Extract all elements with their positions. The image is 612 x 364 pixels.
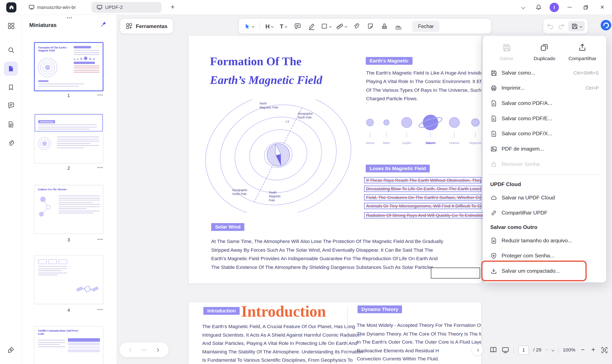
menu-item-salvar-como[interactable]: Salvar como...Ctrl+Shift+S <box>486 65 603 80</box>
attach-tool-button[interactable] <box>350 20 362 32</box>
pdf-x-icon: X <box>490 130 497 137</box>
svg-text:E: E <box>493 118 495 121</box>
slideshow-mode-icon[interactable] <box>502 346 509 354</box>
page-thumbnail-5[interactable]: Satellite Communications And Power Grids <box>34 326 104 364</box>
stamp-tool-button[interactable] <box>379 20 390 32</box>
compartilhar-action[interactable]: Compartilhar <box>564 43 602 61</box>
minimize-button[interactable] <box>564 1 575 13</box>
account-avatar[interactable]: I <box>549 2 559 12</box>
more-pages-button[interactable] <box>142 349 146 351</box>
struck-line[interactable]: Animals Or Tiny Microorganisms, Will Fin… <box>364 203 481 209</box>
pages-button[interactable] <box>4 117 18 131</box>
shape-tool-button[interactable] <box>319 20 333 32</box>
signature-tool-rail-button[interactable] <box>4 343 18 357</box>
text-tool-button[interactable]: T <box>278 20 289 32</box>
panel-drag-handle[interactable] <box>67 17 72 18</box>
search-button[interactable] <box>4 43 18 57</box>
page-thumbnail-2[interactable]: Introduction <box>34 113 104 163</box>
menu-item-compartilhar-updf[interactable]: Compartilhar UPDF <box>486 205 603 221</box>
menu-item-pdf-e[interactable]: E Salvar como PDF/E... <box>486 111 603 126</box>
pdf-page-1[interactable]: Formation Of The Earth’s Magnetic Field … <box>188 36 481 284</box>
thumb-content <box>74 46 99 74</box>
menu-item-pdf-imagem[interactable]: PDF de imagem... <box>486 141 603 156</box>
thumbnail-more-button[interactable] <box>98 167 103 168</box>
form-field-box[interactable] <box>431 268 480 278</box>
page-thumbnail-3[interactable]: Evidence For The Theories <box>34 185 104 234</box>
reading-mode-icon[interactable] <box>490 346 497 354</box>
chevron-down-icon[interactable] <box>345 25 347 28</box>
fit-screen-icon[interactable] <box>601 346 608 354</box>
home-button[interactable] <box>6 2 16 12</box>
tools-button[interactable]: Ferramentas <box>120 19 173 34</box>
previous-chevron-button[interactable] <box>129 348 133 352</box>
thumbnail-more-button[interactable] <box>98 239 103 240</box>
chevron-down-icon[interactable] <box>285 25 287 28</box>
struck-text-block[interactable]: If These Rays Reach The Earth Without Ob… <box>364 177 481 221</box>
updf-ai-logo[interactable] <box>600 20 612 31</box>
heading-tool-button[interactable]: H <box>264 20 275 32</box>
sticker-icon <box>367 23 374 30</box>
cursor-icon <box>244 23 251 29</box>
apps-grid-button[interactable] <box>4 19 18 33</box>
close-edit-mode-button[interactable]: Fechar <box>412 20 440 32</box>
selection-handle[interactable] <box>364 177 365 178</box>
page-number-input[interactable] <box>518 345 529 354</box>
undo-button[interactable] <box>546 22 554 30</box>
measure-tool-button[interactable] <box>335 20 348 32</box>
menu-item-reduzir-tamanho[interactable]: Reduzir tamanho do arquivo... <box>486 233 603 248</box>
tab-list-chevron[interactable] <box>518 2 529 13</box>
comments-button[interactable] <box>4 98 18 112</box>
comment-tool-button[interactable] <box>292 20 303 32</box>
expand-panel-button[interactable] <box>472 344 483 355</box>
zoom-in-button[interactable]: + <box>590 346 596 354</box>
struck-line[interactable]: Radiation Of Strong Rays And Will Quickl… <box>364 212 488 218</box>
select-tool-button[interactable] <box>243 20 255 32</box>
new-tab-button[interactable]: + <box>168 2 177 12</box>
monitor-icon <box>29 5 34 10</box>
restore-button[interactable] <box>580 1 592 13</box>
attachments-button[interactable] <box>4 136 18 150</box>
close-button[interactable]: × <box>597 1 608 13</box>
screen: manuscrito-win-br UPDF-2 + I × <box>0 0 612 364</box>
next-chevron-button[interactable] <box>155 348 159 352</box>
south-pole-label: South Magnetic Pole <box>269 191 281 202</box>
monitor-icon <box>97 5 102 10</box>
menu-item-imprimir[interactable]: Imprimir...Ctrl+P <box>486 80 603 96</box>
previous-page-button[interactable] <box>545 349 548 351</box>
tab-manuscrito-win-br[interactable]: manuscrito-win-br <box>23 2 81 13</box>
tab-updf-2[interactable]: UPDF-2 <box>91 2 162 13</box>
page-thumbnail-4[interactable] <box>34 255 104 304</box>
struck-line[interactable]: If These Rays Reach The Earth Without Ob… <box>364 177 481 183</box>
home-icon <box>8 4 14 10</box>
chevron-down-icon[interactable] <box>271 25 274 28</box>
page-thumbnail-1[interactable]: Formation Of The Earth's Magnetic Field <box>34 42 104 91</box>
menu-item-salvar-na-cloud[interactable]: Salvar na UPDF Cloud <box>486 190 603 205</box>
struck-line[interactable]: Field, The Creatures On The Earth's Surf… <box>364 194 481 200</box>
save-dropdown-button[interactable] <box>568 21 585 31</box>
menu-item-pdf-a[interactable]: A Salvar como PDF/A... <box>486 96 603 111</box>
duplicado-action[interactable]: Duplicado <box>526 43 564 61</box>
thumbnails-panel-button[interactable] <box>4 62 18 76</box>
pdf-page-2[interactable]: Introduction Introduction The Earth's Ma… <box>188 302 481 364</box>
bookmarks-button[interactable] <box>4 80 18 94</box>
menu-item-salvar-compactado[interactable]: Salvar um compactado... <box>486 263 603 279</box>
menu-item-pdf-x[interactable]: X Salvar como PDF/X... <box>486 126 603 141</box>
thumbnail-more-button[interactable] <box>98 309 103 310</box>
menu-item-proteger-senha[interactable]: Proteger com Senha... <box>486 248 603 263</box>
next-page-button[interactable] <box>551 349 554 351</box>
page-number-label: 1 <box>34 93 104 98</box>
redo-button[interactable] <box>557 22 565 30</box>
chevron-down-icon[interactable] <box>252 25 254 28</box>
earth-magnetic-badge: Earth's Magnetic <box>366 57 412 65</box>
notifications-bell-icon[interactable] <box>533 2 544 13</box>
chevron-down-icon[interactable] <box>329 25 332 28</box>
zoom-out-button[interactable]: − <box>580 346 586 354</box>
pin-panel-button[interactable] <box>101 21 107 28</box>
thumbnail-more-button[interactable] <box>98 94 103 95</box>
edit-toolbar: H T <box>239 19 491 34</box>
signature-tool-button[interactable] <box>393 20 404 32</box>
struck-line[interactable]: Devastating Blow To Life On Earth. Once … <box>364 186 481 192</box>
highlighter-tool-button[interactable] <box>306 20 317 32</box>
sticker-tool-button[interactable] <box>365 20 376 32</box>
dynamo-paragraph: The Most Widely - Accepted Theory For Th… <box>357 321 481 363</box>
